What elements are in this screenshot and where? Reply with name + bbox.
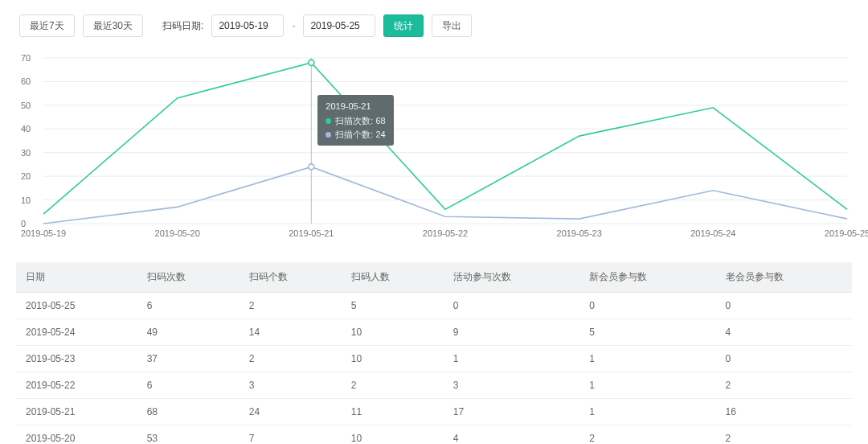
table-cell: 10 (342, 346, 444, 372)
x-axis-tick: 2019-05-21 (289, 228, 334, 238)
y-axis-tick: 50 (21, 101, 31, 110)
x-axis-tick: 2019-05-22 (423, 228, 468, 238)
table-cell: 14 (240, 319, 342, 346)
table-cell: 2 (579, 426, 715, 445)
table-cell: 2019-05-23 (16, 346, 137, 372)
svg-point-9 (309, 60, 314, 65)
table-cell: 37 (137, 346, 240, 372)
line-chart (16, 53, 852, 238)
table-cell: 16 (716, 399, 852, 426)
table-header-row: 日期扫码次数扫码个数扫码人数活动参与次数新会员参与数老会员参与数 (16, 262, 852, 293)
table-cell: 2019-05-25 (16, 293, 137, 319)
toolbar: 最近7天 最近30天 扫码日期: - 统计 导出 (0, 0, 868, 45)
table-cell: 1 (579, 399, 715, 426)
table-header-cell: 扫码个数 (240, 262, 342, 293)
table-cell: 0 (444, 293, 579, 319)
end-date-input[interactable] (303, 14, 375, 37)
table-cell: 10 (342, 319, 444, 346)
data-table: 日期扫码次数扫码个数扫码人数活动参与次数新会员参与数老会员参与数 2019-05… (16, 262, 852, 444)
table-header-cell: 日期 (16, 262, 137, 293)
date-range-label: 扫码日期: (162, 19, 203, 33)
y-axis-tick: 30 (21, 148, 31, 158)
table-cell: 5 (579, 319, 715, 346)
table-cell: 7 (240, 426, 342, 445)
x-axis-tick: 2019-05-19 (21, 228, 66, 238)
stats-button[interactable]: 统计 (383, 14, 424, 37)
svg-point-10 (309, 164, 314, 170)
chart-area[interactable]: 010203040506070 2019-05-192019-05-202019… (16, 53, 852, 238)
table-cell: 1 (579, 346, 715, 372)
data-table-wrap: 日期扫码次数扫码个数扫码人数活动参与次数新会员参与数老会员参与数 2019-05… (16, 262, 852, 444)
table-cell: 4 (444, 426, 579, 445)
table-cell: 2019-05-24 (16, 319, 137, 346)
table-cell: 3 (240, 372, 342, 399)
table-cell: 2 (240, 293, 342, 319)
table-cell: 6 (137, 293, 240, 319)
table-row: 2019-05-24491410954 (16, 319, 852, 346)
table-row: 2019-05-2053710422 (16, 426, 852, 445)
table-cell: 2019-05-20 (16, 426, 137, 445)
table-cell: 2 (240, 346, 342, 372)
last-7d-button[interactable]: 最近7天 (19, 14, 75, 37)
table-cell: 11 (342, 399, 444, 426)
y-axis-tick: 40 (21, 124, 31, 134)
table-cell: 1 (444, 346, 579, 372)
table-cell: 0 (716, 293, 852, 319)
table-cell: 3 (444, 372, 579, 399)
table-cell: 24 (240, 399, 342, 426)
table-row: 2019-05-22632312 (16, 372, 852, 399)
table-cell: 0 (579, 293, 715, 319)
table-cell: 68 (137, 399, 240, 426)
table-body: 2019-05-256250002019-05-244914109542019-… (16, 293, 852, 445)
table-cell: 6 (137, 372, 240, 399)
table-cell: 10 (342, 426, 444, 445)
table-cell: 2 (342, 372, 444, 399)
table-header-cell: 老会员参与数 (716, 262, 852, 293)
last-30d-button[interactable]: 最近30天 (83, 14, 143, 37)
table-cell: 5 (342, 293, 444, 319)
table-cell: 49 (137, 319, 240, 346)
start-date-input[interactable] (211, 14, 284, 37)
table-header-cell: 新会员参与数 (579, 262, 715, 293)
y-axis-tick: 10 (21, 195, 31, 205)
export-button[interactable]: 导出 (432, 14, 472, 37)
x-axis-tick: 2019-05-20 (155, 228, 200, 238)
y-axis-tick: 20 (21, 171, 31, 181)
table-cell: 2 (716, 372, 852, 399)
table-cell: 2019-05-21 (16, 399, 137, 426)
table-header-cell: 活动参与次数 (444, 262, 579, 293)
table-cell: 1 (579, 372, 715, 399)
table-row: 2019-05-25625000 (16, 293, 852, 319)
x-axis-tick: 2019-05-25 (825, 228, 868, 238)
y-axis-tick: 60 (21, 76, 31, 86)
table-row: 2019-05-2168241117116 (16, 399, 852, 426)
table-cell: 4 (716, 319, 852, 346)
table-cell: 9 (444, 319, 579, 346)
table-header-cell: 扫码人数 (342, 262, 444, 293)
table-row: 2019-05-2337210110 (16, 346, 852, 372)
table-cell: 17 (444, 399, 579, 426)
table-header-cell: 扫码次数 (137, 262, 240, 293)
table-cell: 2019-05-22 (16, 372, 137, 399)
y-axis-tick: 0 (21, 219, 26, 228)
table-cell: 53 (137, 426, 240, 445)
table-cell: 2 (716, 426, 852, 445)
x-axis-tick: 2019-05-23 (557, 228, 602, 238)
y-axis-tick: 70 (21, 53, 31, 63)
table-cell: 0 (716, 346, 852, 372)
x-axis-tick: 2019-05-24 (690, 228, 735, 238)
date-separator: - (292, 20, 295, 31)
